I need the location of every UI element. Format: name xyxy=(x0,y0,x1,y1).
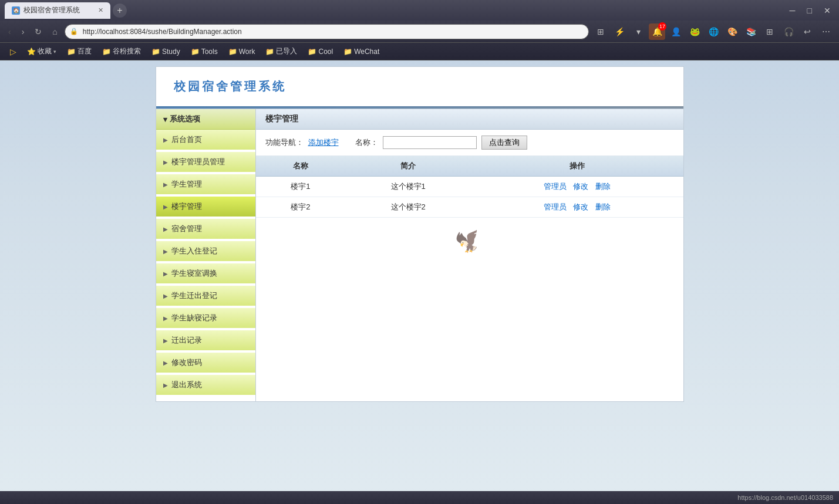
extension2-icon[interactable]: 🌐 xyxy=(705,23,722,40)
sidebar-item-dashboard[interactable]: ▶ 后台首页 xyxy=(156,130,255,151)
bookmark-cool[interactable]: 📁 Cool xyxy=(303,46,338,57)
notification-icon[interactable]: 🔔 17 xyxy=(649,23,665,40)
sidebar-item-label: 学生寝室调换 xyxy=(171,268,217,279)
cell-building-desc: 这个楼宇2 xyxy=(345,197,471,218)
sidebar-item-change-password[interactable]: ▶ 修改密码 xyxy=(156,353,255,374)
reading-list-icon[interactable]: ▷ xyxy=(5,43,21,60)
decorative-area: 🦅 xyxy=(256,218,683,265)
arrow-icon: ▶ xyxy=(163,204,168,210)
profile-icon[interactable]: 👤 xyxy=(668,23,684,40)
col-header-action: 操作 xyxy=(471,156,683,177)
extension4-icon[interactable]: 📚 xyxy=(743,23,759,40)
forward-button[interactable]: › xyxy=(18,26,28,38)
page-body: ▾ 系统选项 ▶ 后台首页 ▶ 楼宇管理员管理 ▶ 学生管理 ▶ 楼宇管理 xyxy=(156,109,684,402)
bird-decoration: 🦅 xyxy=(453,225,486,258)
sidebar-dropdown-icon: ▾ xyxy=(163,115,167,124)
sidebar-item-student[interactable]: ▶ 学生管理 xyxy=(156,174,255,195)
sidebar-item-absence[interactable]: ▶ 学生缺寝记录 xyxy=(156,308,255,329)
close-button[interactable]: ✕ xyxy=(820,5,834,16)
minimize-button[interactable]: ─ xyxy=(786,5,799,16)
arrow-icon: ▶ xyxy=(163,360,168,366)
arrow-icon: ▶ xyxy=(163,293,168,299)
sidebar-item-building[interactable]: ▶ 楼宇管理 xyxy=(156,197,255,218)
nav-bar: ‹ › ↻ ⌂ 🔒 http://localhost:8084/sushe/Bu… xyxy=(0,21,839,43)
action-管理员[interactable]: 管理员 xyxy=(544,202,567,211)
tab-close-button[interactable]: ✕ xyxy=(98,6,103,14)
add-building-link[interactable]: 添加楼宇 xyxy=(308,137,339,148)
sidebar-item-building-admin[interactable]: ▶ 楼宇管理员管理 xyxy=(156,152,255,173)
dropdown-icon[interactable]: ▾ xyxy=(630,23,646,40)
sidebar-item-label: 学生入住登记 xyxy=(171,246,217,256)
active-tab[interactable]: 🏠 校园宿舍管理系统 ✕ xyxy=(5,2,110,19)
col-header-name: 名称 xyxy=(256,156,346,177)
bookmark-imported[interactable]: 📁 已导入 xyxy=(261,45,302,57)
lightning-icon[interactable]: ⚡ xyxy=(611,23,628,40)
sidebar-item-room-change[interactable]: ▶ 学生寝室调换 xyxy=(156,263,255,285)
status-bar: https://blog.csdn.net/u014033588 xyxy=(0,491,839,504)
bookmark-tools[interactable]: 📁 Tools xyxy=(186,46,223,57)
bookmark-gufensousuo[interactable]: 📁 谷粉搜索 xyxy=(97,45,146,57)
bookmark-collections[interactable]: ⭐ 收藏 ▾ xyxy=(22,45,61,57)
right-content: 楼宇管理 功能导航： 添加楼宇 名称： 点击查询 名称 xyxy=(256,109,683,401)
bookmark-baidu-label: 百度 xyxy=(78,46,92,56)
sidebar-item-dorm[interactable]: ▶ 宿舍管理 xyxy=(156,219,255,240)
action-管理员[interactable]: 管理员 xyxy=(544,182,567,191)
section-title: 楼宇管理 xyxy=(265,114,298,123)
sidebar-header: ▾ 系统选项 xyxy=(156,109,255,130)
grid-icon[interactable]: ⊞ xyxy=(592,23,609,40)
sidebar-item-checkin[interactable]: ▶ 学生入住登记 xyxy=(156,241,255,262)
bookmark-cool-label: Cool xyxy=(318,48,333,56)
data-table: 名称 简介 操作 楼宇1这个楼宇1管理员 修改 删除楼宇2这个楼宇2管理员 修改… xyxy=(256,156,683,218)
page-header: 校园宿舍管理系统 xyxy=(156,66,684,106)
sidebar-item-checkout[interactable]: ▶ 学生迁出登记 xyxy=(156,286,255,307)
arrow-icon: ▶ xyxy=(163,382,168,388)
action-修改[interactable]: 修改 xyxy=(573,202,588,211)
tab-favicon: 🏠 xyxy=(12,6,20,15)
arrow-icon: ▶ xyxy=(163,226,168,232)
window-controls: ─ □ ✕ xyxy=(786,5,834,16)
table-row: 楼宇2这个楼宇2管理员 修改 删除 xyxy=(256,197,683,218)
search-button[interactable]: 点击查询 xyxy=(481,136,527,150)
action-删除[interactable]: 删除 xyxy=(595,182,611,191)
menu-button[interactable]: ⋯ xyxy=(818,23,834,40)
sidebar-item-label: 楼宇管理 xyxy=(171,201,202,212)
sidebar-item-label: 宿舍管理 xyxy=(171,224,202,234)
bookmark-work[interactable]: 📁 Work xyxy=(224,46,260,57)
windows-icon[interactable]: ⊞ xyxy=(761,23,778,40)
back-button[interactable]: ‹ xyxy=(5,26,15,38)
headphones-icon[interactable]: 🎧 xyxy=(780,23,797,40)
section-header: 楼宇管理 xyxy=(256,109,683,130)
folder-icon: 📁 xyxy=(102,48,111,56)
extension3-icon[interactable]: 🎨 xyxy=(724,23,740,40)
action-修改[interactable]: 修改 xyxy=(573,182,588,191)
action-删除[interactable]: 删除 xyxy=(595,202,611,211)
function-nav: 功能导航： 添加楼宇 名称： 点击查询 xyxy=(256,130,683,156)
bookmark-study[interactable]: 📁 Study xyxy=(147,46,185,57)
folder-icon: 📁 xyxy=(191,48,200,56)
extension1-icon[interactable]: 🐸 xyxy=(686,23,703,40)
sidebar-item-logout[interactable]: ▶ 退出系统 xyxy=(156,375,255,396)
maximize-button[interactable]: □ xyxy=(804,5,816,16)
new-tab-button[interactable]: + xyxy=(113,4,127,18)
search-area: 名称： 点击查询 xyxy=(355,136,527,150)
url-text: http://localhost:8084/sushe/BuildingMana… xyxy=(83,28,242,36)
search-input[interactable] xyxy=(383,136,477,149)
star-icon: ⭐ xyxy=(27,48,36,56)
cell-building-name: 楼宇2 xyxy=(256,197,346,218)
bookmark-wechat[interactable]: 📁 WeChat xyxy=(339,46,384,57)
main-content: 校园宿舍管理系统 ▾ 系统选项 ▶ 后台首页 ▶ 楼宇管理员管理 xyxy=(0,60,839,491)
bookmark-work-label: Work xyxy=(239,48,255,56)
folder-icon: 📁 xyxy=(343,48,352,56)
address-bar[interactable]: 🔒 http://localhost:8084/sushe/BuildingMa… xyxy=(65,24,589,39)
bookmark-imported-label: 已导入 xyxy=(276,46,297,56)
refresh-button[interactable]: ↻ xyxy=(31,26,45,38)
home-button[interactable]: ⌂ xyxy=(49,26,60,38)
sidebar: ▾ 系统选项 ▶ 后台首页 ▶ 楼宇管理员管理 ▶ 学生管理 ▶ 楼宇管理 xyxy=(156,109,256,401)
cell-actions: 管理员 修改 删除 xyxy=(471,197,683,218)
arrow-icon: ▶ xyxy=(163,137,168,143)
sidebar-item-move-record[interactable]: ▶ 迁出记录 xyxy=(156,330,255,351)
folder-icon: 📁 xyxy=(265,48,274,56)
undo-icon[interactable]: ↩ xyxy=(799,23,816,40)
bookmark-baidu[interactable]: 📁 百度 xyxy=(62,45,96,57)
sidebar-item-label: 修改密码 xyxy=(171,357,202,368)
